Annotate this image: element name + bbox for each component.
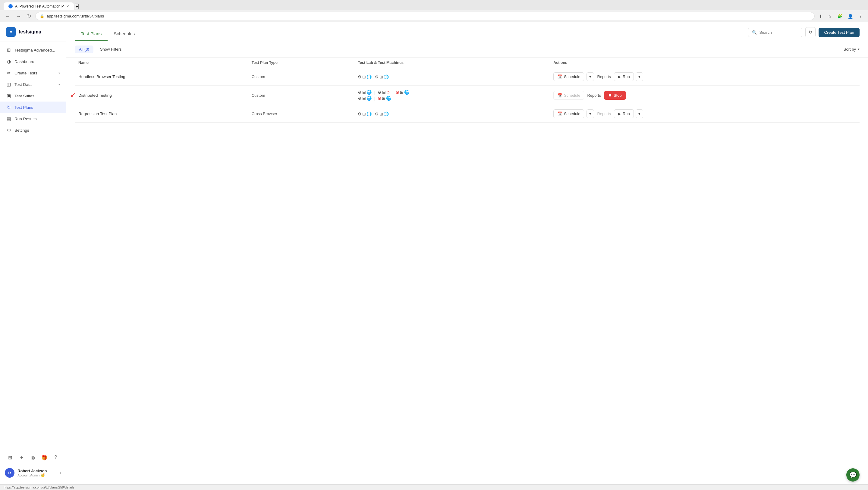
sidebar-item-workspace[interactable]: ⊞ Testsigma Advanced... [0,44,66,56]
row-2-schedule-button[interactable]: 📅 Schedule [553,91,584,100]
row-1-reports-button[interactable]: Reports [596,73,612,80]
col-machines: Test Lab & Test Machines [354,58,550,68]
sort-by-button[interactable]: Sort by ▾ [844,47,860,52]
sidebar-item-dashboard[interactable]: ◑ Dashboard [0,56,66,67]
row-2-reports-button[interactable]: Reports [586,92,602,99]
search-box[interactable]: 🔍 [748,28,802,37]
download-button[interactable]: ⬇ [817,13,824,20]
page-header: Test Plans Schedules 🔍 ↻ Create Test Pla… [66,22,868,41]
toolbar-left: All (3) Show Filters [75,45,124,53]
sidebar-test-suites-label: Test Suites [14,94,60,98]
row-3-name: Regression Test Plan [79,112,117,116]
sidebar-item-create-tests[interactable]: ✏ Create Tests ▾ [0,67,66,79]
globe-icon-r2-3: 🌐 [386,96,391,101]
grid-icon: ⊞ [6,47,11,53]
grid-view-icon[interactable]: ⊞ [5,452,15,463]
tab-title: AI Powered Test Automation P [15,4,64,8]
row-3-run-button[interactable]: ▶ Run [614,110,634,118]
user-name: Robert Jackson [18,469,57,473]
row-1-machines: ⚙ ⊞ 🌐 ⚙ ⊞ 🌐 [358,74,546,79]
address-bar[interactable]: 🔒 app.testsigma.com/ui/td/34/plans [35,12,815,20]
row-1-run-dropdown[interactable]: ▾ [636,72,643,81]
sidebar-bottom: ⊞ ✦ ◎ 🎁 ? R Robert Jackson Account Admin… [0,446,66,484]
machine-group-r3-1: ⚙ ⊞ 🌐 [358,112,372,116]
sidebar-dashboard-label: Dashboard [14,59,60,64]
reload-button[interactable]: ↻ [25,12,33,20]
globe-icon-r2: 🌐 [367,90,372,95]
new-tab-button[interactable]: + [75,4,79,9]
gear-icon-r3-2: ⚙ [375,112,379,116]
sidebar-item-test-data[interactable]: ◫ Test Data ▾ [0,79,66,90]
play-icon: ▶ [618,74,621,79]
stop-icon: ⏹ [608,93,612,97]
forward-button[interactable]: → [14,12,23,20]
browser-tab-active[interactable]: AI Powered Test Automation P ✕ [4,2,74,10]
status-bar: https://app.testsigma.com/ui/td/plans/25… [0,484,868,490]
row-1-run-button[interactable]: ▶ Run [614,72,634,81]
dashboard-icon: ◑ [6,59,11,64]
menu-button[interactable]: ⋮ [857,13,864,20]
create-test-plan-button[interactable]: Create Test Plan [818,28,860,37]
table-row: Regression Test Plan Cross Browser ⚙ ⊞ 🌐 [75,105,860,123]
refresh-button[interactable]: ↻ [805,27,815,37]
windows-icon-r2-2: ⊞ [382,90,386,95]
browser-icon: 🌐 [367,74,372,79]
back-button[interactable]: ← [4,12,12,20]
gift-icon[interactable]: 🎁 [39,452,50,463]
show-filters-button[interactable]: Show Filters [97,45,125,53]
col-name: Name [75,58,248,68]
all-filter-badge[interactable]: All (3) [75,45,93,53]
chevron-down-icon-2: ▾ [59,83,60,86]
row-3-schedule-dropdown[interactable]: ▾ [587,110,594,118]
tab-close-button[interactable]: ✕ [66,4,69,8]
sparkle-icon[interactable]: ✦ [16,452,27,463]
bookmark-button[interactable]: ☆ [826,13,834,20]
calendar-icon: 📅 [557,74,562,79]
sidebar-test-plans-label: Test Plans [14,105,60,110]
sidebar-item-settings[interactable]: ⚙ Settings [0,124,66,136]
globe-icon-r3: 🌐 [367,112,372,116]
row-2-type: Custom [252,93,265,98]
row-2-stop-button[interactable]: ⏹ Stop [604,91,626,100]
machine-group-r2-2: ⚙ ⊞ 🌐 | ◉ ⊞ 🌐 [358,96,391,101]
row-3-reports-button[interactable]: Reports [596,110,612,117]
toolbar: All (3) Show Filters Sort by ▾ [66,41,868,58]
browser-icon-2: 🌐 [384,74,389,79]
extensions-button[interactable]: 🧩 [835,13,844,20]
gear-icon-r2-3: ⚙ [358,96,362,101]
profile-button[interactable]: 👤 [846,13,855,20]
table-row: ↙ Distributed Testing Custom ⚙ ⊞ � [75,86,860,105]
sidebar-item-test-plans[interactable]: ↻ Test Plans [0,101,66,113]
create-tests-icon: ✏ [6,70,11,75]
red-icon-r2-2: ◉ [378,96,381,101]
row-1-name: Headless Browser Testing [79,74,125,79]
row-3-schedule-button[interactable]: 📅 Schedule [553,110,584,118]
test-plans-icon: ↻ [6,104,11,110]
calendar-icon-2: 📅 [557,93,562,98]
sidebar-item-run-results[interactable]: ▤ Run Results [0,113,66,124]
row-1-schedule-button[interactable]: 📅 Schedule [553,72,584,81]
chat-fab-button[interactable]: 💬 [846,468,860,482]
circle-icon[interactable]: ◎ [28,452,38,463]
bottom-icons-bar: ⊞ ✦ ◎ 🎁 ? [0,450,66,465]
row-3-run-dropdown[interactable]: ▾ [636,110,643,118]
search-input[interactable] [759,30,795,35]
sidebar-item-test-suites[interactable]: ▣ Test Suites [0,90,66,101]
gear-icon: ⚙ [358,74,362,79]
user-chevron-icon: › [60,471,61,475]
tab-test-plans[interactable]: Test Plans [75,28,107,41]
tab-schedules[interactable]: Schedules [107,28,141,41]
avatar: R [5,468,14,478]
windows-icon: ⊞ [362,74,366,79]
logo-icon: ✦ [6,27,16,37]
row-2-actions: 📅 Schedule Reports ⏹ Stop [553,91,856,100]
user-profile[interactable]: R Robert Jackson Account Admin 👑 › [0,465,66,481]
sidebar-create-tests-label: Create Tests [14,71,56,75]
row-1-schedule-dropdown[interactable]: ▾ [587,72,594,81]
help-icon[interactable]: ? [51,452,61,463]
tab-bar: AI Powered Test Automation P ✕ + [4,2,864,10]
col-type: Test Plan Type [248,58,354,68]
machine-group-1: ⚙ ⊞ 🌐 [358,74,372,79]
windows-icon-r2-4: ⊞ [362,96,366,101]
windows-icon-r2: ⊞ [362,90,366,95]
